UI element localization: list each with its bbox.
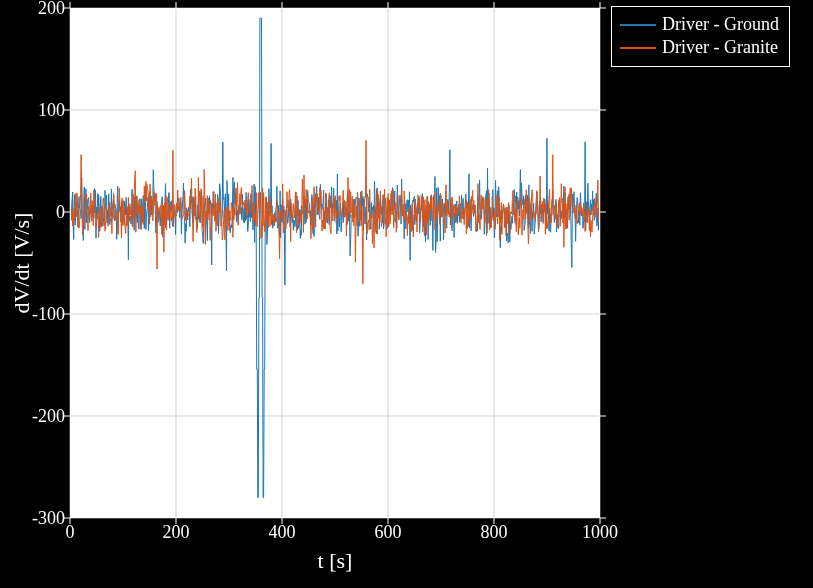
legend-item: Driver - Granite [620,36,779,59]
xtick-label: 1000 [582,522,618,543]
legend: Driver - Ground Driver - Granite [611,6,790,67]
series-driver-granite [70,140,600,284]
xtick-label: 0 [66,522,75,543]
chart-svg [0,0,813,588]
legend-item: Driver - Ground [620,13,779,36]
series-driver-ground [70,18,600,497]
xtick-label: 400 [269,522,296,543]
xtick-label: 600 [375,522,402,543]
xtick-label: 200 [163,522,190,543]
chart-stage: 0 200 400 600 800 1000 -300 -200 -100 0 … [0,0,813,588]
legend-label: Driver - Granite [662,36,778,59]
legend-swatch-icon [620,47,656,49]
grid [70,8,600,518]
y-axis-label: dV/dt [V/s] [10,8,34,518]
legend-label: Driver - Ground [662,13,779,36]
x-axis-label: t [s] [70,548,600,574]
legend-swatch-icon [620,24,656,26]
tick-marks [64,2,606,524]
xtick-label: 800 [481,522,508,543]
